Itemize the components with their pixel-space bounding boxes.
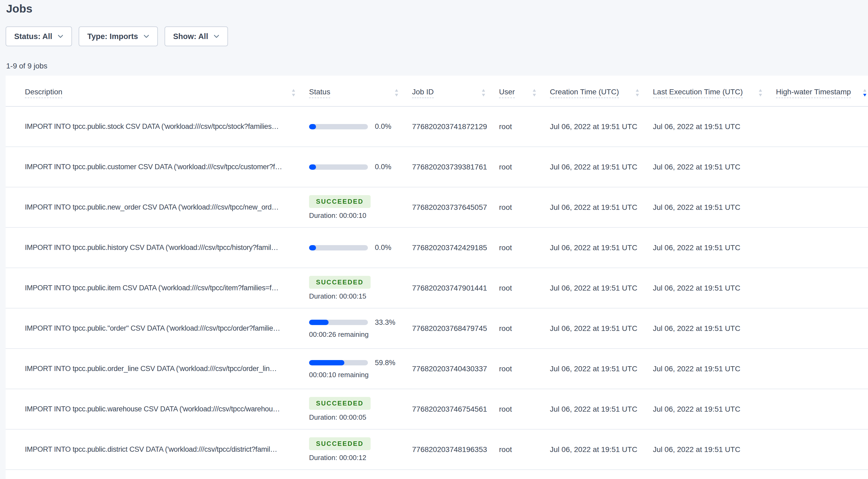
status-badge: SUCCEEDED	[309, 276, 371, 289]
results-count: 1-9 of 9 jobs	[6, 62, 868, 70]
last-execution-time-cell: Jul 06, 2022 at 19:51 UTC	[647, 147, 770, 187]
table-row: IMPORT INTO tpcc.public.item CSV DATA ('…	[6, 268, 868, 308]
progress-percent: 0.0%	[375, 163, 392, 171]
progress-bar	[309, 360, 368, 366]
progress-bar	[309, 245, 368, 250]
last-execution-time-cell: Jul 06, 2022 at 19:51 UTC	[647, 429, 770, 470]
job-id-cell: 776820203741872129	[406, 106, 493, 147]
progress-bar	[309, 124, 368, 129]
column-header-user[interactable]: User	[493, 76, 544, 106]
last-execution-time-cell: Jul 06, 2022 at 19:51 UTC	[647, 308, 770, 348]
page-title: Jobs	[6, 2, 868, 15]
progress-bar-fill	[309, 164, 316, 170]
job-id-cell: 776820203740430337	[406, 348, 493, 389]
sort-arrows-icon[interactable]	[394, 88, 399, 98]
high-water-timestamp-cell	[770, 389, 868, 429]
job-status-cell: SUCCEEDEDDuration: 00:00:05	[303, 389, 406, 429]
job-user-cell: root	[493, 429, 544, 470]
column-header-high-water-timestamp[interactable]: High-water Timestamp	[770, 76, 868, 106]
high-water-timestamp-cell	[770, 268, 868, 308]
last-execution-time-cell: Jul 06, 2022 at 19:51 UTC	[647, 389, 770, 429]
table-row: IMPORT INTO tpcc.public.district CSV DAT…	[6, 429, 868, 470]
column-label-job-id: Job ID	[412, 88, 434, 98]
progress-bar-fill	[309, 124, 316, 129]
time-remaining: 00:00:10 remaining	[309, 371, 369, 379]
job-duration: Duration: 00:00:10	[309, 211, 366, 220]
job-description-link[interactable]: IMPORT INTO tpcc.public."order" CSV DATA…	[6, 308, 303, 348]
sort-arrows-icon[interactable]	[758, 88, 763, 98]
table-row: IMPORT INTO tpcc.public.history CSV DATA…	[6, 228, 868, 268]
high-water-timestamp-cell	[770, 429, 868, 470]
column-label-last-execution-time: Last Execution Time (UTC)	[653, 88, 743, 98]
column-label-high-water-timestamp: High-water Timestamp	[776, 88, 851, 98]
show-filter-dropdown[interactable]: Show: All	[164, 27, 228, 46]
job-user-cell: root	[493, 348, 544, 389]
table-row: IMPORT INTO tpcc.public."order" CSV DATA…	[6, 308, 868, 348]
last-execution-time-cell: Jul 06, 2022 at 19:51 UTC	[647, 106, 770, 147]
chevron-down-icon	[58, 34, 63, 38]
high-water-timestamp-cell	[770, 308, 868, 348]
sort-arrows-icon[interactable]	[532, 88, 537, 98]
column-label-creation-time: Creation Time (UTC)	[550, 88, 619, 98]
job-id-cell: 776820203747901441	[406, 268, 493, 308]
job-description-link[interactable]: IMPORT INTO tpcc.public.district CSV DAT…	[6, 429, 303, 470]
creation-time-cell: Jul 06, 2022 at 19:51 UTC	[544, 348, 647, 389]
job-description-link[interactable]: IMPORT INTO tpcc.public.warehouse CSV DA…	[6, 389, 303, 429]
job-description-link[interactable]: IMPORT INTO tpcc.public.customer CSV DAT…	[6, 147, 303, 187]
job-user-cell: root	[493, 106, 544, 147]
table-row: IMPORT INTO tpcc.public.new_order CSV DA…	[6, 187, 868, 228]
job-status-cell: 0.0%	[303, 228, 406, 268]
job-duration: Duration: 00:00:05	[309, 413, 366, 421]
job-description-link[interactable]: IMPORT INTO tpcc.public.new_order CSV DA…	[6, 187, 303, 228]
progress-bar-fill	[309, 360, 344, 366]
column-label-description: Description	[25, 88, 62, 98]
high-water-timestamp-cell	[770, 348, 868, 389]
job-id-cell: 776820203768479745	[406, 308, 493, 348]
job-description-link[interactable]: IMPORT INTO tpcc.public.stock CSV DATA (…	[6, 106, 303, 147]
sort-arrows-icon[interactable]	[635, 88, 640, 98]
job-duration: Duration: 00:00:15	[309, 292, 366, 301]
creation-time-cell: Jul 06, 2022 at 19:51 UTC	[544, 429, 647, 470]
job-user-cell: root	[493, 187, 544, 228]
chevron-down-icon	[144, 34, 149, 38]
status-filter-dropdown[interactable]: Status: All	[6, 27, 72, 46]
job-duration: Duration: 00:00:12	[309, 454, 366, 462]
job-status-cell: SUCCEEDEDDuration: 00:00:10	[303, 187, 406, 228]
column-header-status[interactable]: Status	[303, 76, 406, 106]
job-status-cell: 33.3%00:00:26 remaining	[303, 308, 406, 348]
table-row: IMPORT INTO tpcc.public.customer CSV DAT…	[6, 147, 868, 187]
column-header-job-id[interactable]: Job ID	[406, 76, 493, 106]
sort-arrows-icon[interactable]	[481, 88, 486, 98]
high-water-timestamp-cell	[770, 106, 868, 147]
job-user-cell: root	[493, 228, 544, 268]
type-filter-dropdown[interactable]: Type: Imports	[79, 27, 158, 46]
job-description-link[interactable]: IMPORT INTO tpcc.public.order_line CSV D…	[6, 348, 303, 389]
status-badge: SUCCEEDED	[309, 195, 371, 208]
progress-bar-fill	[309, 245, 316, 250]
job-description-link[interactable]: IMPORT INTO tpcc.public.item CSV DATA ('…	[6, 268, 303, 308]
table-row: IMPORT INTO tpcc.public.order_line CSV D…	[6, 348, 868, 389]
high-water-timestamp-cell	[770, 228, 868, 268]
column-header-creation-time[interactable]: Creation Time (UTC)	[544, 76, 647, 106]
job-id-cell: 776820203748196353	[406, 429, 493, 470]
progress-bar	[309, 320, 368, 325]
sort-arrows-icon[interactable]	[291, 88, 296, 98]
column-header-description[interactable]: Description	[6, 76, 303, 106]
creation-time-cell: Jul 06, 2022 at 19:51 UTC	[544, 147, 647, 187]
creation-time-cell: Jul 06, 2022 at 19:51 UTC	[544, 268, 647, 308]
job-status-cell: 0.0%	[303, 106, 406, 147]
progress-bar	[309, 164, 368, 170]
high-water-timestamp-cell	[770, 187, 868, 228]
column-label-user: User	[499, 88, 515, 98]
job-status-cell: 59.8%00:00:10 remaining	[303, 348, 406, 389]
job-description-link[interactable]: IMPORT INTO tpcc.public.history CSV DATA…	[6, 228, 303, 268]
table-row: IMPORT INTO tpcc.public.stock CSV DATA (…	[6, 106, 868, 147]
column-header-last-execution-time[interactable]: Last Execution Time (UTC)	[647, 76, 770, 106]
job-id-cell: 776820203746754561	[406, 389, 493, 429]
creation-time-cell: Jul 06, 2022 at 19:51 UTC	[544, 308, 647, 348]
chevron-down-icon	[214, 34, 219, 38]
sort-arrows-icon[interactable]	[862, 88, 867, 98]
job-id-cell: 776820203737645057	[406, 187, 493, 228]
column-label-status: Status	[309, 88, 330, 98]
progress-percent: 0.0%	[375, 243, 392, 252]
